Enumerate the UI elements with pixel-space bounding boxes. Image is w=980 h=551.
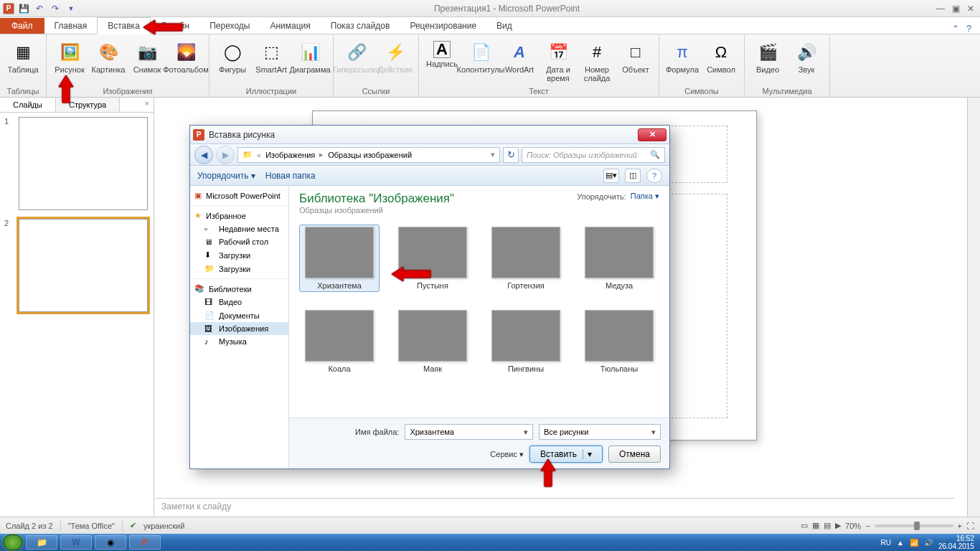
tree-music[interactable]: ♪Музыка <box>190 335 288 348</box>
filename-input[interactable]: Хризантема▾ <box>405 424 533 440</box>
tab-transitions[interactable]: Переходы <box>199 18 260 34</box>
nav-forward-button[interactable]: ▶ <box>216 146 235 164</box>
tree-ppt[interactable]: ▣Microsoft PowerPoint <box>190 189 288 202</box>
file-item-4[interactable]: Коала <box>299 308 380 375</box>
insert-headerfooter-button[interactable]: 📄Колонтитулы <box>462 39 499 76</box>
cancel-button[interactable]: Отмена <box>608 446 661 463</box>
insert-chart-button[interactable]: 📊Диаграмма <box>291 39 329 76</box>
crumb-images[interactable]: Изображения <box>265 151 315 159</box>
dialog-help-icon[interactable]: ? <box>646 169 662 183</box>
tree-downloads[interactable]: ⬇Загрузки <box>190 248 288 262</box>
insert-album-button[interactable]: 🌄Фотоальбом <box>167 39 204 76</box>
insert-equation-button[interactable]: πФормула <box>664 39 701 76</box>
qat-dropdown-icon[interactable]: ▼ <box>65 2 77 15</box>
tray-sound-icon[interactable]: 🔊 <box>924 539 933 547</box>
insert-action-button[interactable]: ⚡Действие <box>377 39 414 76</box>
minimize-button[interactable]: — <box>936 4 945 14</box>
tree-recent[interactable]: ▫Недавние места <box>190 222 288 235</box>
tray-lang[interactable]: RU <box>881 539 891 547</box>
zoom-in-button[interactable]: + <box>958 522 962 530</box>
tree-docs[interactable]: 📄Документы <box>190 309 288 322</box>
tab-animation[interactable]: Анимация <box>260 18 320 34</box>
organize-button[interactable]: Упорядочить ▾ <box>197 171 255 181</box>
view-slideshow-icon[interactable]: ▶ <box>835 521 841 530</box>
zoom-out-button[interactable]: − <box>865 522 870 530</box>
file-item-5[interactable]: Маяк <box>392 308 473 375</box>
thumb-2[interactable]: 2 <box>4 219 149 312</box>
tree-desktop[interactable]: 🖥Рабочий стол <box>190 235 288 248</box>
start-button[interactable] <box>3 534 23 550</box>
insert-video-button[interactable]: 🎬Видео <box>749 39 786 76</box>
notes-pane[interactable]: Заметки к слайду <box>154 498 954 517</box>
preview-pane-button[interactable]: ◫ <box>625 169 641 183</box>
tree-video[interactable]: 🎞Видео <box>190 296 288 309</box>
tools-dropdown[interactable]: Сервис ▾ <box>490 450 524 459</box>
close-button[interactable]: ✕ <box>967 4 974 14</box>
taskbar-powerpoint[interactable]: P <box>129 535 161 550</box>
nav-back-button[interactable]: ◀ <box>194 146 213 164</box>
tray-clock[interactable]: 16:52 26.04.2015 <box>938 534 974 550</box>
zoom-slider[interactable] <box>875 524 953 527</box>
insert-smartart-button[interactable]: ⬚SmartArt <box>253 39 290 76</box>
taskbar-chrome[interactable]: ◉ <box>95 535 126 550</box>
zoom-value[interactable]: 70% <box>845 522 861 530</box>
view-sorter-icon[interactable]: ▦ <box>812 521 819 530</box>
tab-slideshow[interactable]: Показ слайдов <box>321 18 400 34</box>
insert-datetime-button[interactable]: 📅Дата и время <box>540 39 577 85</box>
panel-close-icon[interactable]: × <box>141 98 154 112</box>
view-normal-icon[interactable]: ▭ <box>801 521 808 530</box>
file-item-0[interactable]: Хризантема <box>299 225 380 292</box>
breadcrumb[interactable]: 📁 « Изображения ▸ Образцы изображений ▾ <box>237 147 500 163</box>
status-language[interactable]: украинский <box>143 522 184 530</box>
qat-redo-icon[interactable]: ↷ <box>49 2 62 15</box>
refresh-button[interactable]: ↻ <box>503 147 519 163</box>
tree-images[interactable]: 🖼Изображения <box>190 322 288 335</box>
tab-home[interactable]: Главная <box>44 18 98 34</box>
newfolder-button[interactable]: Новая папка <box>265 171 316 181</box>
maximize-button[interactable]: ▣ <box>952 4 960 14</box>
insert-picture-button[interactable]: 🖼️Рисунок <box>51 39 88 76</box>
insert-clipart-button[interactable]: 🎨Картинка <box>90 39 127 76</box>
sort-dropdown[interactable]: Папка ▾ <box>631 192 659 201</box>
file-item-6[interactable]: Пингвины <box>486 308 566 375</box>
insert-table-button[interactable]: ▦Таблица <box>4 39 42 76</box>
insert-textbox-button[interactable]: AНадпись <box>423 39 461 70</box>
view-reading-icon[interactable]: ▤ <box>824 521 831 530</box>
file-filter-dropdown[interactable]: Все рисунки▾ <box>539 424 661 440</box>
ribbon-minimize-icon[interactable]: ⌃ <box>952 24 959 34</box>
spellcheck-icon[interactable]: ✔ <box>130 521 136 530</box>
tree-libraries[interactable]: 📚Библиотеки <box>190 282 288 296</box>
insert-object-button[interactable]: □Объект <box>617 39 654 76</box>
insert-slidenum-button[interactable]: #Номер слайда <box>578 39 616 85</box>
tree-favorites[interactable]: ★Избранное <box>190 209 288 222</box>
help-icon[interactable]: ? <box>966 24 971 34</box>
dialog-close-button[interactable]: ✕ <box>638 128 666 141</box>
insert-wordart-button[interactable]: AWordArt <box>501 39 538 76</box>
insert-hyperlink-button[interactable]: 🔗Гиперссылка <box>338 39 375 76</box>
insert-screenshot-button[interactable]: 📷Снимок <box>128 39 166 76</box>
tab-review[interactable]: Рецензирование <box>400 18 486 34</box>
tab-insert[interactable]: Вставка <box>97 17 151 34</box>
vertical-scrollbar[interactable] <box>967 98 980 517</box>
insert-audio-button[interactable]: 🔊Звук <box>788 39 825 76</box>
crumb-dropdown-icon[interactable]: ▾ <box>491 150 495 159</box>
panel-tab-slides[interactable]: Слайды <box>0 98 56 112</box>
tray-network-icon[interactable]: 📶 <box>910 539 918 547</box>
tab-view[interactable]: Вид <box>486 18 522 34</box>
file-item-3[interactable]: Медуза <box>579 225 659 292</box>
thumb-1[interactable]: 1 <box>4 117 149 210</box>
search-input[interactable]: Поиск: Образцы изображений 🔍 <box>522 147 665 163</box>
qat-save-icon[interactable]: 💾 <box>17 2 30 15</box>
taskbar-explorer[interactable]: 📁 <box>26 535 57 550</box>
tree-downloads2[interactable]: 📁Загрузки <box>190 262 288 276</box>
tray-flag-icon[interactable]: ▲ <box>897 539 904 547</box>
insert-shapes-button[interactable]: ◯Фигуры <box>214 39 251 76</box>
tab-file[interactable]: Файл <box>0 18 44 34</box>
taskbar-word[interactable]: W <box>60 535 92 550</box>
file-item-2[interactable]: Гортензия <box>486 225 566 292</box>
view-mode-button[interactable]: ▤▾ <box>603 169 619 183</box>
qat-undo-icon[interactable]: ↶ <box>33 2 46 15</box>
fit-to-window-icon[interactable]: ⛶ <box>966 522 974 530</box>
file-item-7[interactable]: Тюльпаны <box>579 308 659 375</box>
insert-symbol-button[interactable]: ΩСимвол <box>702 39 740 76</box>
